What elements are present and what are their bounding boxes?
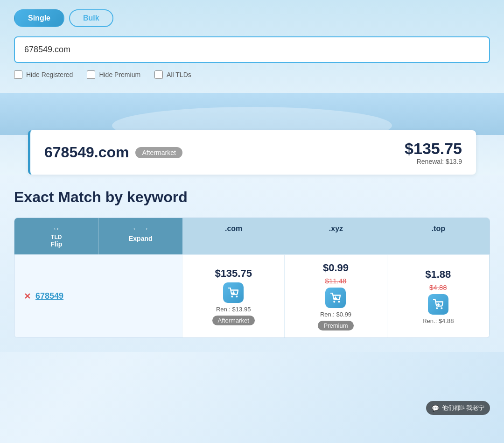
hide-premium-checkbox[interactable]	[87, 70, 95, 79]
hide-registered-filter[interactable]: Hide Registered	[14, 70, 73, 79]
top-renewal: Ren.: $4.88	[422, 317, 454, 324]
xyz-strikethrough: $11.48	[325, 277, 347, 285]
svg-point-8	[436, 308, 437, 309]
watermark-text: 他们都叫我老宁	[442, 404, 484, 412]
com-renewal: Ren.: $13.95	[216, 306, 251, 313]
com-aftermarket-badge: Aftermarket	[212, 316, 255, 325]
hide-premium-filter[interactable]: Hide Premium	[87, 70, 140, 79]
th-top: .top	[387, 218, 490, 254]
filter-row: Hide Registered Hide Premium All TLDs	[14, 70, 490, 79]
top-cart-button[interactable]	[428, 294, 448, 315]
com-cart-button[interactable]	[223, 282, 244, 303]
com-price: $135.75	[215, 267, 252, 280]
result-domain-tld: .com	[94, 144, 129, 161]
table-header: ↔ TLD Flip ← → Expand .com .xyz .top	[14, 218, 490, 254]
result-domain-name: 678549.com	[44, 144, 129, 161]
td-keyword: ✕ 678549	[14, 255, 182, 338]
svg-point-0	[231, 296, 232, 297]
top-strikethrough: $4.88	[429, 283, 447, 291]
th-com: .com	[182, 218, 285, 254]
hide-registered-label: Hide Registered	[26, 71, 73, 78]
result-aftermarket-badge: Aftermarket	[135, 147, 182, 158]
svg-point-9	[441, 308, 442, 309]
image-decoration	[0, 93, 504, 135]
result-price-renewal: Renewal: $13.9	[405, 158, 462, 165]
main-content: Exact Match by keyword ↔ TLD Flip ← → Ex…	[0, 175, 504, 352]
top-price: $1.88	[425, 268, 451, 281]
tab-buttons: Single Bulk	[14, 9, 490, 27]
bulk-tab[interactable]: Bulk	[69, 9, 113, 27]
result-domain-info: 678549.com Aftermarket	[44, 144, 182, 161]
svg-point-4	[334, 302, 335, 302]
hide-registered-checkbox[interactable]	[14, 70, 22, 79]
table-row: ✕ 678549 $135.75 Re	[14, 254, 490, 338]
watermark: 💬 他们都叫我老宁	[426, 401, 490, 415]
single-tab[interactable]: Single	[14, 9, 64, 27]
result-price-main: $135.75	[405, 140, 462, 158]
domain-search-input[interactable]	[14, 36, 490, 63]
keyword-x-icon: ✕	[24, 291, 31, 302]
td-com: $135.75 Ren.: $13.95 Aftermarket	[182, 255, 285, 338]
all-tlds-checkbox[interactable]	[154, 70, 163, 79]
domain-table: ↔ TLD Flip ← → Expand .com .xyz .top	[14, 218, 490, 338]
all-tlds-filter[interactable]: All TLDs	[154, 70, 191, 79]
top-section: Single Bulk Hide Registered Hide Premium…	[0, 0, 504, 93]
th-xyz: .xyz	[285, 218, 387, 254]
xyz-renewal: Ren.: $0.99	[320, 311, 351, 318]
expand-icon: ← →	[104, 225, 178, 233]
watermark-icon: 💬	[432, 405, 439, 412]
td-xyz: $0.99 $11.48 Ren.: $0.99 Premium	[285, 255, 387, 338]
flip-button[interactable]: ↔ TLD Flip	[14, 218, 99, 254]
section-title: Exact Match by keyword	[14, 189, 490, 206]
flip-icon: ↔	[19, 225, 94, 233]
td-top: $1.88 $4.88 Ren.: $4.88	[387, 255, 490, 338]
result-card: 678549.com Aftermarket $135.75 Renewal: …	[28, 130, 476, 175]
expand-button[interactable]: ← → Expand	[99, 218, 183, 254]
result-price-info: $135.75 Renewal: $13.9	[405, 140, 462, 165]
svg-point-5	[339, 302, 340, 302]
xyz-premium-badge: Premium	[318, 321, 353, 330]
all-tlds-label: All TLDs	[167, 71, 191, 78]
hide-premium-label: Hide Premium	[99, 71, 140, 78]
th-controls: ↔ TLD Flip ← → Expand	[14, 218, 182, 254]
page-wrapper: Single Bulk Hide Registered Hide Premium…	[0, 0, 504, 443]
keyword-link[interactable]: 678549	[35, 291, 63, 301]
result-domain-base: 678549	[44, 144, 94, 161]
svg-point-1	[237, 296, 238, 297]
xyz-price: $0.99	[323, 262, 349, 274]
xyz-cart-button[interactable]	[325, 288, 346, 308]
tld-headers: .com .xyz .top	[182, 218, 490, 254]
